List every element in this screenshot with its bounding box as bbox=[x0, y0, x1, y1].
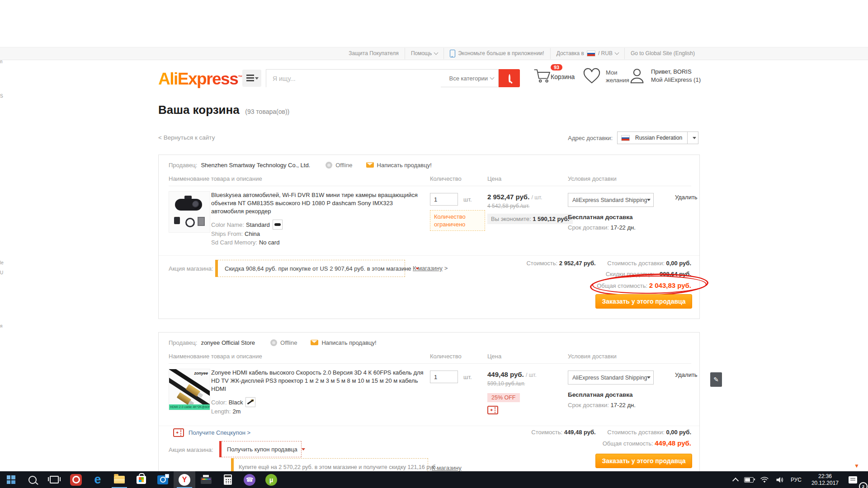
scroll-down-arrow[interactable]: ▼ bbox=[854, 463, 859, 469]
heart-icon bbox=[582, 67, 601, 84]
categories-menu-button[interactable] bbox=[242, 70, 261, 87]
search-input[interactable] bbox=[266, 70, 441, 88]
calculator-icon bbox=[224, 474, 232, 485]
wishlist-button[interactable]: Моижелания bbox=[582, 67, 632, 86]
quantity-input[interactable] bbox=[430, 371, 458, 383]
flag-russia-icon bbox=[587, 51, 595, 56]
account-menu[interactable]: Привет, BORIS Мой AliExpress (1) bbox=[628, 67, 705, 86]
seller-card-2: Продавец: zonyee Official Store Offline … bbox=[158, 332, 700, 481]
chevron-down-icon[interactable] bbox=[687, 132, 698, 144]
task-view-button[interactable] bbox=[43, 471, 65, 488]
contact-seller-link[interactable]: Написать продавцу! bbox=[377, 162, 432, 169]
variant-thumbnail-icon bbox=[245, 397, 255, 407]
action-center-button[interactable]: 2 bbox=[845, 471, 863, 488]
seller-coupon-select[interactable]: Получить купон продавца bbox=[219, 441, 302, 457]
store-promo-select[interactable]: Скидка 908,64 руб. при покупке от US 2 9… bbox=[215, 260, 405, 277]
chevron-down-icon bbox=[490, 75, 495, 80]
product-image[interactable]: zonyee HDMI 2.0 cable 4K*2K@60FPS 3D bbox=[169, 369, 210, 410]
taskbar-app-outlook[interactable] bbox=[152, 471, 174, 488]
product-image[interactable] bbox=[169, 191, 210, 233]
desktop-fragment: я bbox=[0, 324, 2, 328]
product-title-link[interactable]: Blueskysea автомобилей, Wi-Fi DVR B1W ми… bbox=[211, 191, 425, 216]
savings-note: Вы экономите: 1 590,12 руб. bbox=[487, 214, 573, 224]
page-title: Ваша корзина (93 товара(ов)) bbox=[158, 103, 289, 117]
coupon-icon[interactable] bbox=[487, 406, 498, 414]
order-from-seller-button[interactable]: Заказать у этого продавца bbox=[595, 294, 692, 309]
go-to-store-link[interactable]: К магазину bbox=[432, 465, 463, 471]
delete-item-link[interactable]: Удалить bbox=[675, 371, 698, 378]
taskbar-app-store[interactable] bbox=[130, 471, 152, 488]
old-price: 599,10 руб./шт. bbox=[487, 380, 525, 387]
taskbar-app-scanner[interactable] bbox=[195, 471, 217, 488]
wifi-icon bbox=[760, 476, 769, 483]
go-to-store-link[interactable]: К магазину> bbox=[413, 265, 448, 272]
product-banner: HDMI 2.0 cable 4K*2K@60FPS 3D bbox=[169, 404, 210, 410]
order-from-seller-button[interactable]: Заказать у этого продавца bbox=[595, 454, 692, 468]
language-indicator[interactable]: РУС bbox=[788, 471, 805, 488]
aliexpress-logo[interactable]: AliExpress™ bbox=[158, 68, 242, 88]
discount-badge: 25% OFF bbox=[487, 393, 520, 402]
category-select[interactable]: Все категории bbox=[449, 70, 494, 87]
edit-annotation-button[interactable]: ✎ bbox=[710, 372, 722, 387]
action-center-icon bbox=[849, 476, 857, 483]
taskbar-app-red[interactable] bbox=[65, 471, 87, 488]
quantity-input[interactable] bbox=[430, 193, 458, 206]
volume-icon bbox=[775, 476, 784, 483]
back-to-site-link[interactable]: < Вернуться к сайту bbox=[158, 134, 215, 141]
envelope-icon bbox=[311, 340, 318, 345]
unit-label: шт. bbox=[463, 196, 472, 203]
buyer-protection-link[interactable]: Защита Покупателя bbox=[343, 48, 405, 59]
quantity-limited-warning: Количествоограничено bbox=[430, 210, 485, 231]
old-price: 4 542,58 руб./шт. bbox=[487, 203, 529, 209]
taskbar-app-explorer[interactable] bbox=[108, 471, 130, 488]
global-site-link[interactable]: Go to Global Site (English) bbox=[624, 48, 701, 59]
start-button[interactable] bbox=[0, 471, 22, 488]
tray-expand-button[interactable] bbox=[730, 471, 741, 488]
taskbar-app-utorrent[interactable]: µ bbox=[260, 471, 282, 488]
divider bbox=[159, 255, 699, 256]
brand-logo: zonyee bbox=[194, 371, 208, 375]
delete-item-link[interactable]: Удалить bbox=[675, 194, 698, 201]
shipping-address-select[interactable]: Russian Federation bbox=[617, 131, 698, 144]
search-button[interactable] bbox=[499, 69, 520, 87]
network-status[interactable] bbox=[757, 471, 772, 488]
taskbar-app-calculator[interactable] bbox=[217, 471, 239, 488]
red-ring-app-icon bbox=[70, 474, 82, 486]
app-promo-link[interactable]: Экономьте больше в приложении! bbox=[443, 48, 550, 59]
taskbar-app-edge[interactable]: e bbox=[87, 471, 108, 488]
taskbar-app-viber[interactable]: ☎ bbox=[239, 471, 260, 488]
utorrent-icon: µ bbox=[265, 474, 277, 486]
taskbar-search-button[interactable] bbox=[22, 471, 43, 488]
discount-line: Скидки продавца: - 908,64 руб. bbox=[606, 271, 691, 277]
product-attributes: Color Name:Standard Ships From:China Sd … bbox=[211, 220, 425, 247]
seller-status: Offline bbox=[280, 339, 297, 346]
taskbar-app-yandex[interactable]: Y bbox=[174, 471, 195, 488]
help-menu[interactable]: Помощь bbox=[405, 48, 443, 59]
windows-start-icon bbox=[7, 475, 15, 484]
battery-icon bbox=[744, 477, 754, 483]
edge-icon: e bbox=[94, 474, 101, 486]
microsoft-store-icon bbox=[137, 476, 146, 484]
task-view-icon bbox=[50, 476, 59, 483]
battery-status[interactable] bbox=[741, 471, 757, 488]
chevron-down-icon bbox=[255, 77, 259, 80]
clock[interactable]: 22:3620.12.2017 bbox=[805, 471, 845, 488]
yandex-browser-icon: Y bbox=[179, 474, 190, 486]
shipping-method-select[interactable]: AliExpress Standard Shipping bbox=[568, 371, 654, 385]
coupon-icon bbox=[173, 428, 184, 437]
cart-button[interactable]: 93 Корзина bbox=[533, 67, 583, 86]
notification-badge: 2 bbox=[859, 482, 868, 488]
ship-currency-menu[interactable]: Доставка в/ RUB bbox=[550, 48, 624, 59]
utility-bar: Защита Покупателя Помощь Экономьте больш… bbox=[0, 47, 868, 60]
my-aliexpress-link[interactable]: Мой AliExpress (1) bbox=[651, 76, 701, 83]
time: 22:36 bbox=[811, 473, 839, 480]
seller-name-link[interactable]: Shenzhen Smartway Technology Co., Ltd. bbox=[201, 162, 310, 169]
delivery-time: Срок доставки: 17-22 дн. bbox=[568, 224, 636, 231]
volume-control[interactable] bbox=[772, 471, 788, 488]
contact-seller-link[interactable]: Написать продавцу! bbox=[321, 339, 376, 346]
seller-name-link[interactable]: zonyee Official Store bbox=[201, 339, 255, 346]
shipping-method-select[interactable]: AliExpress Standard Shipping bbox=[568, 193, 654, 207]
product-title-link[interactable]: Zonyee HDMI кабель высокого Скорость 2.0… bbox=[211, 369, 425, 393]
get-coupon-link[interactable]: Получите Спецкупон > bbox=[169, 428, 250, 437]
store-promo-label: Акция магазина: bbox=[169, 446, 213, 453]
